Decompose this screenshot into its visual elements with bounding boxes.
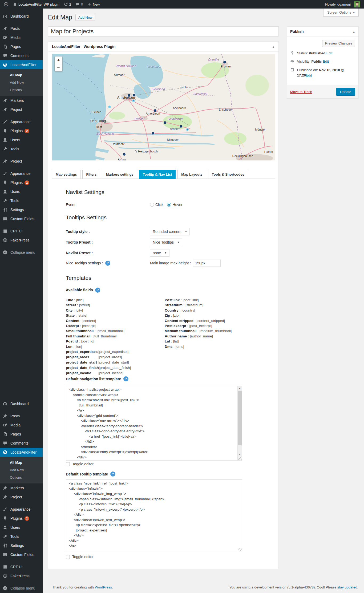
map-marker[interactable] bbox=[223, 61, 226, 63]
max-height-input[interactable] bbox=[193, 260, 221, 267]
collapse-toggle-icon[interactable] bbox=[272, 45, 275, 49]
sidebar-item-posts[interactable]: Posts bbox=[0, 412, 43, 421]
help-icon[interactable]: ? bbox=[105, 261, 110, 266]
edit-published-link[interactable]: Edit bbox=[306, 73, 312, 77]
sidebar-item-project[interactable]: Project bbox=[0, 493, 43, 502]
tab-filters[interactable]: Filters bbox=[82, 170, 100, 179]
sidebar-item-appearance[interactable]: Appearance bbox=[0, 505, 43, 514]
sidebar-item-pages[interactable]: Pages bbox=[0, 430, 43, 439]
sidebar-item-fakerpress[interactable]: FakerPress bbox=[0, 571, 43, 580]
sidebar-subitem-options[interactable]: Options bbox=[0, 86, 43, 94]
post-title-input[interactable] bbox=[48, 26, 279, 37]
sidebar-item-tools[interactable]: Tools bbox=[0, 532, 43, 541]
help-icon[interactable]: ? bbox=[95, 288, 100, 293]
howdy-menu[interactable]: Howdy, dgamoni bbox=[325, 1, 360, 7]
sidebar-item-tools[interactable]: Tools bbox=[0, 196, 43, 205]
sidebar-item-appearance[interactable]: Appearance bbox=[0, 117, 43, 126]
tooltip-style-select[interactable]: Rounded corners bbox=[150, 228, 190, 235]
map-marker[interactable] bbox=[164, 121, 166, 124]
sidebar-item-users[interactable]: Users bbox=[0, 187, 43, 196]
tab-map-settings[interactable]: Map settings bbox=[52, 170, 80, 179]
sidebar-item-custom-fields[interactable]: Custom Fields bbox=[0, 550, 43, 559]
sidebar-item-markers[interactable]: Markers bbox=[0, 483, 43, 493]
map-canvas[interactable]: Noord-HollandIJsselmeerAlkmaarFlevolandZ… bbox=[52, 54, 275, 160]
sidebar-item-locateandfilter[interactable]: LocateAndFilter bbox=[0, 448, 43, 457]
wordpress-logo-icon[interactable]: W bbox=[4, 2, 9, 7]
sidebar-item-users[interactable]: Users bbox=[0, 135, 43, 144]
toggle-editor-checkbox[interactable] bbox=[66, 462, 70, 466]
sidebar-item-comments[interactable]: Comments bbox=[0, 51, 43, 60]
hover-radio[interactable] bbox=[167, 203, 171, 207]
tab-tooltip-nav-list[interactable]: Tooltip & Nav List bbox=[139, 170, 176, 179]
sidebar-item-dashboard[interactable]: Dashboard bbox=[0, 12, 43, 21]
sidebar-item-users[interactable]: Users bbox=[0, 523, 43, 532]
sidebar-item-project[interactable]: Project bbox=[0, 105, 43, 114]
sidebar-subitem-add-new[interactable]: Add New bbox=[0, 79, 43, 86]
sidebar-subitem-add-new[interactable]: Add New bbox=[0, 466, 43, 474]
add-new-button[interactable]: Add New bbox=[75, 14, 95, 21]
sidebar-item-settings[interactable]: Settings bbox=[0, 205, 43, 214]
click-radio[interactable] bbox=[150, 203, 154, 207]
zoom-in-button[interactable]: + bbox=[55, 57, 62, 64]
sidebar-item-dashboard[interactable]: Dashboard bbox=[0, 399, 43, 408]
sidebar-subitem-all-map[interactable]: All Map bbox=[0, 71, 43, 79]
move-to-trash-link[interactable]: Move to Trash bbox=[290, 90, 312, 94]
scroll-up-arrow-icon[interactable] bbox=[238, 386, 242, 390]
nav-template-textarea[interactable]: <div class='navlist-project-wrap'> <arti… bbox=[66, 386, 242, 461]
map-marker[interactable] bbox=[154, 109, 156, 112]
map-marker[interactable] bbox=[132, 99, 135, 102]
sidebar-item-custom-fields[interactable]: Custom Fields bbox=[0, 214, 43, 223]
map-marker[interactable] bbox=[133, 94, 135, 96]
publish-box-header[interactable]: Publish bbox=[287, 27, 358, 37]
sidebar-item-collapse-menu[interactable]: Collapse menu bbox=[0, 248, 43, 257]
sidebar-item-cpt-ui[interactable]: CPT UI bbox=[0, 227, 43, 236]
textarea-scrollbar[interactable] bbox=[237, 386, 242, 460]
sidebar-subitem-all-map[interactable]: All Map bbox=[0, 459, 43, 466]
navlist-preset-select[interactable]: none bbox=[150, 249, 169, 257]
tooltip-template-textarea[interactable]: <a class='nice_link' href='|post_link|'>… bbox=[66, 479, 242, 552]
resize-grip-icon[interactable] bbox=[238, 548, 242, 551]
tab-markers-settings[interactable]: Markers settings bbox=[102, 170, 137, 179]
resize-grip-icon[interactable] bbox=[238, 457, 242, 460]
sidebar-item-cpt-ui[interactable]: CPT UI bbox=[0, 562, 43, 571]
help-icon[interactable]: ? bbox=[123, 376, 128, 381]
map-marker[interactable] bbox=[152, 132, 154, 135]
screen-options-tab[interactable]: Screen Options bbox=[323, 9, 359, 17]
edit-status-link[interactable]: Edit bbox=[326, 51, 332, 55]
metabox-header[interactable]: LocateAndFilter - Wordpress Plugin bbox=[48, 42, 278, 52]
sidebar-item-settings[interactable]: Settings bbox=[0, 541, 43, 550]
help-icon[interactable]: ? bbox=[110, 471, 115, 477]
sidebar-item-media[interactable]: Media bbox=[0, 421, 43, 430]
sidebar-item-media[interactable]: Media bbox=[0, 33, 43, 42]
sidebar-item-tools[interactable]: Tools bbox=[0, 144, 43, 154]
update-button[interactable]: Update bbox=[336, 88, 355, 96]
map-marker[interactable] bbox=[180, 125, 182, 128]
zoom-out-button[interactable]: − bbox=[55, 64, 62, 71]
scroll-down-arrow-icon[interactable] bbox=[238, 452, 242, 457]
comments-menu[interactable]: 0 bbox=[75, 2, 83, 6]
edit-visibility-link[interactable]: Edit bbox=[323, 59, 329, 63]
map-marker[interactable] bbox=[128, 94, 130, 97]
sidebar-item-plugins[interactable]: Plugins2 bbox=[0, 126, 43, 135]
sidebar-subitem-options[interactable]: Options bbox=[0, 474, 43, 481]
wordpress-link[interactable]: WordPress bbox=[95, 585, 112, 589]
collapse-toggle-icon[interactable] bbox=[353, 30, 355, 34]
tab-tools-shortcodes[interactable]: Tools & Shortcodes bbox=[208, 170, 248, 179]
sidebar-item-project[interactable]: Project bbox=[0, 157, 43, 166]
sidebar-item-fakerpress[interactable]: FakerPress bbox=[0, 236, 43, 245]
sidebar-item-markers[interactable]: Markers bbox=[0, 96, 43, 105]
new-menu[interactable]: New bbox=[87, 2, 100, 6]
preview-changes-button[interactable]: Preview Changes bbox=[322, 40, 355, 47]
sidebar-item-locateandfilter[interactable]: LocateAndFilter bbox=[0, 60, 43, 69]
tab-map-layouts[interactable]: Map Layouts bbox=[177, 170, 206, 179]
site-name-menu[interactable]: LocateAndFilter WP plugin bbox=[13, 2, 59, 6]
sidebar-item-posts[interactable]: Posts bbox=[0, 24, 43, 33]
tooltip-preset-select[interactable]: Nice Tooltips bbox=[150, 239, 182, 246]
sidebar-item-comments[interactable]: Comments bbox=[0, 439, 43, 448]
stay-updated-link[interactable]: stay updated bbox=[337, 585, 357, 589]
sidebar-item-collapse-menu[interactable]: Collapse menu bbox=[0, 584, 43, 593]
sidebar-item-plugins[interactable]: Plugins2 bbox=[0, 178, 43, 187]
sidebar-item-plugins[interactable]: Plugins2 bbox=[0, 514, 43, 523]
toggle-editor-checkbox[interactable] bbox=[66, 555, 70, 559]
scrollbar-thumb[interactable] bbox=[238, 391, 242, 445]
